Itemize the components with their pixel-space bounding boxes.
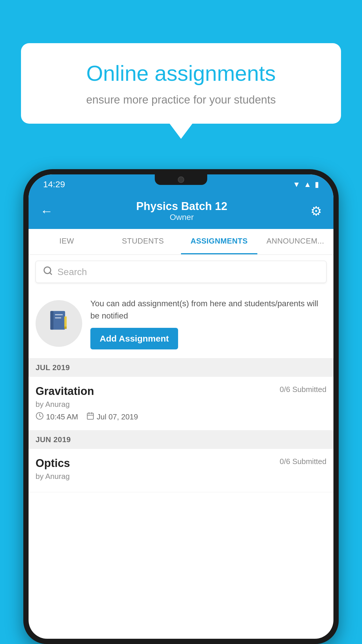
promo-content: You can add assignment(s) from here and … bbox=[90, 298, 326, 349]
assignment-name-optics: Optics bbox=[36, 457, 70, 470]
search-container: Search bbox=[29, 255, 333, 289]
assignment-row1-optics: Optics 0/6 Submitted bbox=[36, 457, 326, 470]
svg-rect-7 bbox=[64, 327, 67, 329]
signal-icon: ▲ bbox=[304, 180, 311, 189]
tab-announcements[interactable]: ANNOUNCEM... bbox=[257, 229, 334, 254]
header-subtitle: Owner bbox=[136, 213, 227, 222]
search-bar[interactable]: Search bbox=[36, 261, 326, 283]
assignment-item-optics[interactable]: Optics 0/6 Submitted by Anurag bbox=[29, 449, 333, 492]
header-center: Physics Batch 12 Owner bbox=[136, 200, 227, 222]
phone-notch bbox=[155, 174, 207, 185]
tab-assignments[interactable]: ASSIGNMENTS bbox=[181, 229, 257, 254]
clock-icon bbox=[36, 412, 44, 422]
assignment-time-gravitation: 10:45 AM bbox=[36, 412, 78, 422]
tab-view[interactable]: IEW bbox=[29, 229, 105, 254]
svg-rect-3 bbox=[50, 311, 54, 330]
status-icons: ▼ ▲ ▮ bbox=[293, 180, 319, 189]
back-button[interactable]: ← bbox=[40, 204, 53, 218]
bubble-title: Online assignments bbox=[38, 61, 324, 87]
assignment-author-optics: by Anurag bbox=[36, 472, 326, 481]
section-header-jun2019: JUN 2019 bbox=[29, 430, 333, 449]
svg-rect-6 bbox=[64, 316, 67, 327]
search-icon bbox=[43, 266, 53, 278]
assignment-item-gravitation[interactable]: Gravitation 0/6 Submitted by Anurag 10:4… bbox=[29, 377, 333, 430]
calendar-icon bbox=[86, 412, 94, 422]
add-assignment-button[interactable]: Add Assignment bbox=[90, 328, 178, 349]
assignment-row1: Gravitation 0/6 Submitted bbox=[36, 385, 326, 398]
assignment-date-gravitation: Jul 07, 2019 bbox=[86, 412, 138, 422]
svg-line-1 bbox=[50, 273, 52, 274]
svg-rect-5 bbox=[55, 317, 61, 318]
assignment-status-gravitation: 0/6 Submitted bbox=[280, 385, 326, 394]
notebook-icon bbox=[47, 309, 71, 337]
search-placeholder: Search bbox=[57, 267, 87, 277]
status-time: 14:29 bbox=[43, 179, 65, 189]
settings-icon[interactable]: ⚙ bbox=[310, 204, 322, 218]
phone-frame: 14:29 ▼ ▲ ▮ ← Physics Batch 12 Owner ⚙ I… bbox=[23, 169, 339, 644]
svg-rect-9 bbox=[87, 413, 93, 419]
header-title: Physics Batch 12 bbox=[136, 200, 227, 213]
assignment-status-optics: 0/6 Submitted bbox=[280, 457, 326, 466]
svg-rect-4 bbox=[55, 314, 63, 315]
camera-dot bbox=[178, 176, 184, 183]
screen-content: Search bbox=[29, 255, 333, 639]
assignment-name-gravitation: Gravitation bbox=[36, 385, 94, 398]
tab-students[interactable]: STUDENTS bbox=[105, 229, 181, 254]
promo-bubble: Online assignments ensure more practice … bbox=[21, 43, 341, 124]
phone-screen: 14:29 ▼ ▲ ▮ ← Physics Batch 12 Owner ⚙ I… bbox=[29, 174, 333, 639]
section-header-jul2019: JUL 2019 bbox=[29, 358, 333, 377]
date-text-gravitation: Jul 07, 2019 bbox=[97, 412, 138, 421]
promo-text: You can add assignment(s) from here and … bbox=[90, 298, 326, 322]
assignment-author-gravitation: by Anurag bbox=[36, 400, 326, 409]
tabs-bar: IEW STUDENTS ASSIGNMENTS ANNOUNCEM... bbox=[29, 229, 333, 255]
promo-card: You can add assignment(s) from here and … bbox=[29, 289, 333, 358]
battery-icon: ▮ bbox=[315, 180, 319, 189]
assignment-meta-gravitation: 10:45 AM Jul 07, 2019 bbox=[36, 412, 326, 422]
promo-icon-circle bbox=[36, 300, 82, 347]
wifi-icon: ▼ bbox=[293, 180, 301, 189]
time-text-gravitation: 10:45 AM bbox=[46, 412, 78, 421]
bubble-subtitle: ensure more practice for your students bbox=[38, 94, 324, 106]
app-header: ← Physics Batch 12 Owner ⚙ bbox=[29, 194, 333, 229]
